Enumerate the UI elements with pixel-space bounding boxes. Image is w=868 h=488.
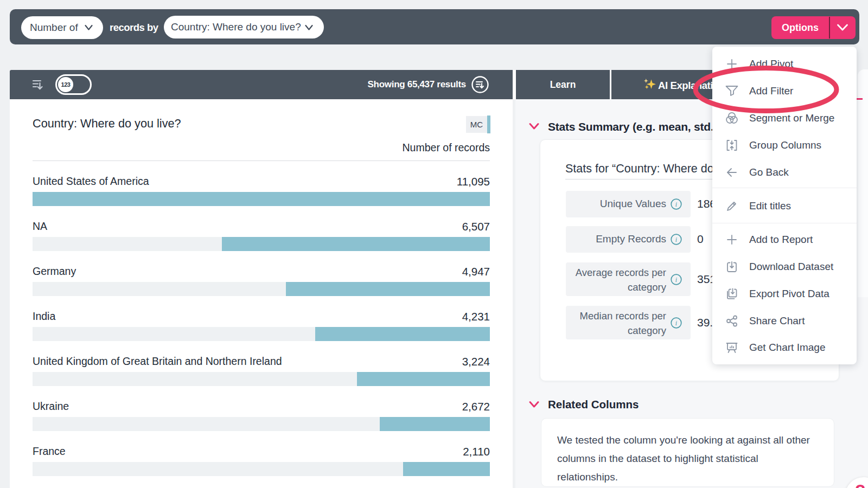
svg-text:i: i — [675, 276, 677, 284]
svg-text:i: i — [675, 236, 677, 243]
svg-text:i: i — [675, 319, 677, 327]
svg-text:i: i — [675, 201, 677, 208]
